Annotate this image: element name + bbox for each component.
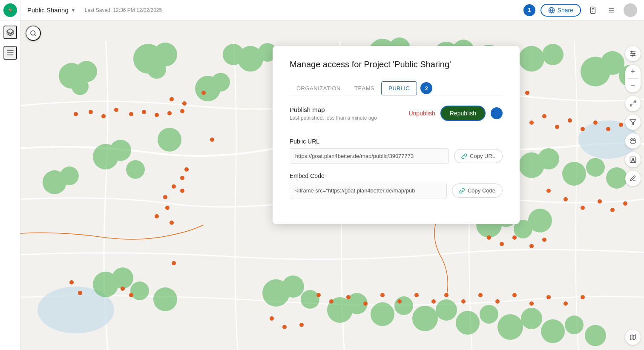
publish-info: Publish map Last published: less than a … — [290, 106, 377, 121]
tab-teams[interactable]: TEAMS — [348, 81, 381, 95]
tab-public[interactable]: PUBLIC — [381, 81, 417, 95]
modal-title: Manage access for Project 'Public Sharin… — [290, 60, 503, 69]
map-area[interactable]: + − — [20, 20, 644, 350]
header-title-area: Public Sharing ▾ — [20, 6, 81, 14]
link-icon-2 — [459, 188, 465, 194]
document-icon-btn[interactable] — [586, 3, 600, 17]
last-published-text: Last published: less than a minute ago — [290, 115, 377, 121]
republish-button[interactable]: Republish — [440, 106, 486, 121]
step-badge-3 — [491, 107, 503, 119]
copy-code-label: Copy Code — [468, 187, 495, 194]
embed-code-label: Embed Code — [290, 172, 503, 179]
settings-icon — [608, 6, 615, 14]
list-button[interactable] — [3, 46, 17, 60]
globe-icon — [548, 7, 555, 14]
publish-actions: Unpublish Republish — [408, 106, 503, 121]
share-btn-label: Share — [558, 7, 573, 14]
settings-icon-btn[interactable] — [605, 3, 618, 17]
unpublish-button[interactable]: Unpublish — [408, 110, 435, 117]
step-badge-1: 1 — [523, 4, 535, 16]
step-badge-2: 2 — [420, 82, 432, 94]
copy-url-label: Copy URL — [470, 153, 495, 159]
page-title: Public Sharing — [27, 6, 69, 14]
url-row: Copy URL — [290, 148, 503, 164]
copy-url-button[interactable]: Copy URL — [454, 149, 503, 163]
embed-row: Copy Code — [290, 183, 503, 198]
last-saved-text: Last Saved: 12:36 PM 12/02/2025 — [85, 7, 162, 13]
modal: Manage access for Project 'Public Sharin… — [273, 46, 520, 224]
modal-tabs: ORGANIZATION TEAMS PUBLIC 2 — [290, 81, 503, 95]
public-url-section: Public URL Copy URL — [290, 138, 503, 164]
link-icon — [461, 153, 467, 159]
modal-overlay: Manage access for Project 'Public Sharin… — [20, 20, 644, 350]
document-icon — [589, 6, 597, 14]
avatar[interactable] — [624, 3, 637, 17]
header-right: 1 Share — [523, 3, 644, 17]
embed-code-section: Embed Code Copy Code — [290, 172, 503, 198]
public-url-label: Public URL — [290, 138, 503, 145]
chevron-down-icon[interactable]: ▾ — [72, 7, 75, 13]
layers-button[interactable] — [3, 26, 17, 39]
public-url-input[interactable] — [290, 148, 449, 164]
copy-code-button[interactable]: Copy Code — [452, 184, 503, 198]
share-button[interactable]: Share — [540, 4, 581, 17]
embed-code-input[interactable] — [290, 183, 447, 198]
sidebar-left — [0, 20, 20, 350]
publish-map-title: Publish map — [290, 106, 377, 113]
logo-text: 🐐 — [8, 8, 13, 12]
list-icon — [6, 49, 14, 57]
header: 🐐 Public Sharing ▾ Last Saved: 12:36 PM … — [0, 0, 644, 20]
logo-area: 🐐 — [0, 0, 20, 20]
tab-organization[interactable]: ORGANIZATION — [290, 81, 348, 95]
layers-icon — [6, 28, 14, 37]
logo-circle: 🐐 — [3, 3, 17, 17]
publish-section: Publish map Last published: less than a … — [290, 106, 503, 128]
